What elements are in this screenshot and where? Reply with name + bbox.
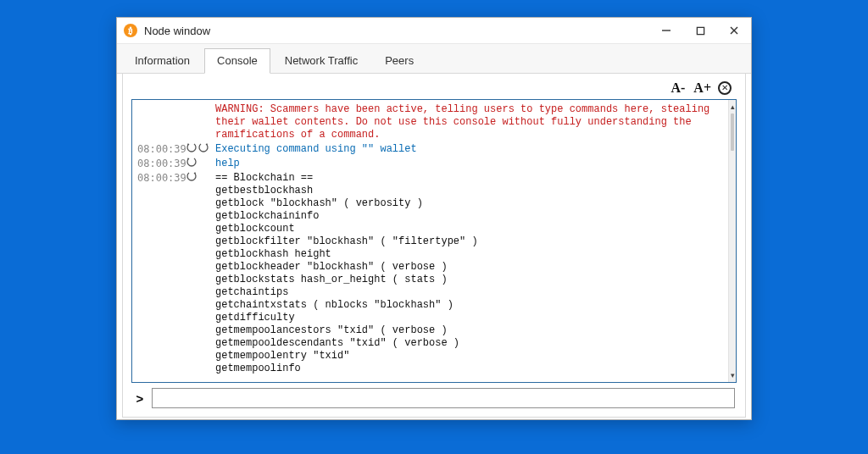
maximize-icon bbox=[696, 26, 705, 36]
console-panel: A- A+ ✕ WARNING: Scammers have been acti… bbox=[122, 73, 746, 418]
console-clear-button[interactable]: ✕ bbox=[718, 81, 732, 95]
command-return-icon bbox=[198, 143, 209, 153]
tab-network-traffic[interactable]: Network Traffic bbox=[272, 48, 370, 74]
scroll-down-icon[interactable]: ▾ bbox=[729, 368, 736, 382]
console-scrollbar[interactable]: ▴ ▾ bbox=[728, 100, 736, 382]
timestamp: 08:00:39 bbox=[137, 172, 186, 185]
timestamp: 08:00:39 bbox=[137, 158, 186, 170]
console-warning-text: WARNING: Scammers have been active, tell… bbox=[215, 103, 723, 141]
window-title: Node window bbox=[144, 25, 649, 37]
tabs: Information Console Network Traffic Peer… bbox=[117, 44, 751, 74]
window-close-button[interactable] bbox=[717, 18, 751, 43]
node-window: ₿ Node window Information Console Networ… bbox=[116, 17, 752, 420]
svg-rect-1 bbox=[697, 27, 704, 34]
tab-information[interactable]: Information bbox=[122, 48, 203, 74]
console-line: help bbox=[215, 158, 723, 170]
minimize-icon bbox=[661, 25, 671, 36]
window-minimize-button[interactable] bbox=[649, 18, 683, 43]
console-input-bar: > bbox=[131, 383, 737, 408]
prompt-icon: > bbox=[133, 391, 147, 406]
console-line: == Blockchain == getbestblockhash getblo… bbox=[215, 172, 723, 375]
console-line: Executing command using "" wallet bbox=[215, 143, 723, 156]
console-warning-row: WARNING: Scammers have been active, tell… bbox=[137, 103, 723, 141]
console-output[interactable]: WARNING: Scammers have been active, tell… bbox=[132, 100, 728, 382]
scroll-thumb[interactable] bbox=[731, 114, 734, 151]
console-row: 08:00:39 help bbox=[137, 158, 723, 170]
console-row: 08:00:39 Executing command using "" wall… bbox=[137, 143, 723, 156]
scroll-up-icon[interactable]: ▴ bbox=[729, 100, 736, 114]
window-maximize-button[interactable] bbox=[683, 18, 717, 43]
close-icon bbox=[729, 25, 739, 36]
command-executed-icon bbox=[186, 143, 197, 153]
console-output-frame: WARNING: Scammers have been active, tell… bbox=[131, 99, 737, 383]
console-toolbar: A- A+ ✕ bbox=[131, 80, 737, 99]
titlebar: ₿ Node window bbox=[117, 18, 751, 44]
font-increase-button[interactable]: A+ bbox=[692, 80, 713, 96]
timestamp: 08:00:39 bbox=[137, 143, 186, 156]
command-sent-icon bbox=[186, 158, 197, 168]
tab-console[interactable]: Console bbox=[204, 48, 270, 74]
tab-peers[interactable]: Peers bbox=[372, 48, 426, 74]
font-decrease-button[interactable]: A- bbox=[669, 80, 687, 96]
bitcoin-icon: ₿ bbox=[124, 24, 137, 37]
command-received-icon bbox=[186, 172, 197, 182]
console-input[interactable] bbox=[152, 388, 735, 408]
console-row: 08:00:39 == Blockchain == getbestblockha… bbox=[137, 172, 723, 375]
